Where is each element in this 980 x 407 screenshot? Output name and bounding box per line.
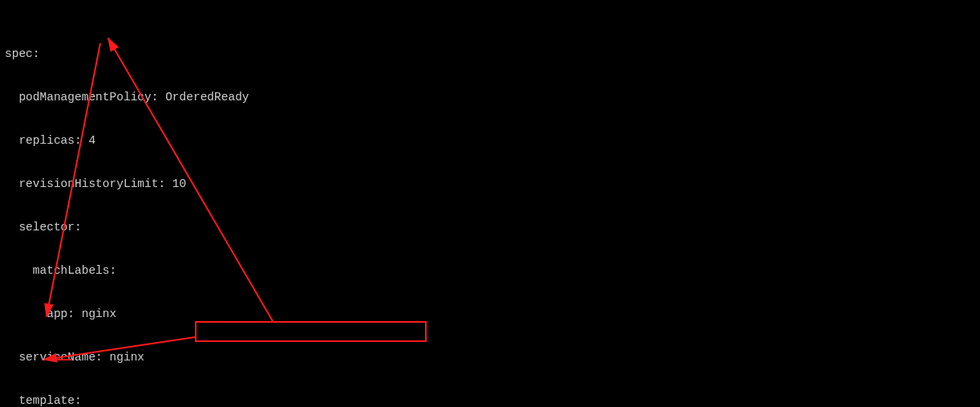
terminal: spec: podManagementPolicy: OrderedReady …	[0, 0, 980, 407]
yaml-line: matchLabels:	[5, 263, 975, 278]
yaml-line-replicas: replicas: 4	[5, 133, 975, 148]
yaml-line: serviceName: nginx	[5, 350, 975, 364]
yaml-line: template:	[5, 393, 975, 407]
yaml-line: podManagementPolicy: OrderedReady	[5, 90, 975, 104]
yaml-line: selector:	[5, 220, 975, 234]
yaml-line: app: nginx	[5, 307, 975, 321]
highlight-box	[195, 321, 427, 342]
yaml-line: spec:	[5, 47, 975, 61]
yaml-line: revisionHistoryLimit: 10	[5, 177, 975, 191]
